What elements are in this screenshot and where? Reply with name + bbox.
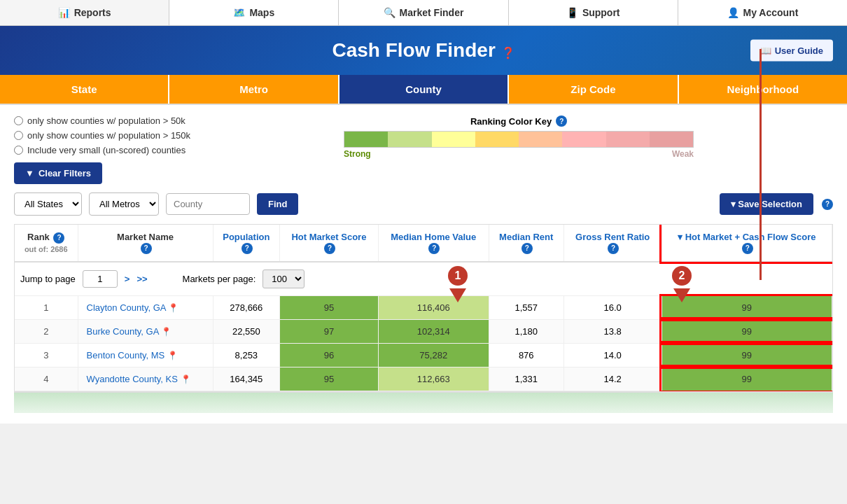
radio-150k[interactable]: only show counties w/ population > 150k xyxy=(14,130,190,141)
gross-rent-cell: 13.8 xyxy=(564,319,662,343)
results-table-wrapper: Rank ? out of: 2686 Market Name ? Popula… xyxy=(14,224,833,392)
radio-50k-input[interactable] xyxy=(14,116,23,125)
color-key-section: Ranking Color Key ? Strong Weak xyxy=(204,115,833,159)
radio-group: only show counties w/ population > 50k o… xyxy=(14,115,190,155)
page-title: Cash Flow Finder ❓ xyxy=(332,39,514,62)
gross-rent-cell: 16.0 xyxy=(564,296,662,320)
cf-score-cell: 99 xyxy=(662,319,832,343)
rank-cell: 2 xyxy=(15,319,78,343)
rent-cell: 1,180 xyxy=(489,319,564,343)
home-value-cell: 116,406 xyxy=(378,296,489,320)
save-selection-button[interactable]: ▾ Save Selection xyxy=(720,193,813,215)
radio-unscored-input[interactable] xyxy=(14,146,23,155)
col-median-rent: Median Rent ? xyxy=(489,225,564,262)
market-name-help[interactable]: ? xyxy=(141,243,152,254)
nav-maps-label: Maps xyxy=(249,7,274,18)
home-value-cell: 102,314 xyxy=(378,319,489,343)
nav-market-finder-label: Market Finder xyxy=(400,7,464,18)
nav-support-label: Support xyxy=(582,7,620,18)
nav-support[interactable]: 📱 Support xyxy=(509,0,678,25)
hot-score-help[interactable]: ? xyxy=(324,243,335,254)
nav-market-finder[interactable]: 🔍 Market Finder xyxy=(339,0,508,25)
tab-county[interactable]: County xyxy=(340,75,509,104)
hot-score-cell: 97 xyxy=(280,319,379,343)
table-row: 3 Benton County, MS 📍 8,253 96 75,282 87… xyxy=(15,343,832,367)
maps-icon: 🗺️ xyxy=(233,7,245,18)
rent-cell: 1,331 xyxy=(489,367,564,391)
state-dropdown[interactable]: All States xyxy=(14,192,82,216)
hot-score-cell: 95 xyxy=(280,296,379,320)
next-page-button[interactable]: > xyxy=(125,274,130,284)
market-link[interactable]: Clayton County, GA xyxy=(87,302,166,313)
results-table: Rank ? out of: 2686 Market Name ? Popula… xyxy=(15,225,832,391)
rank-help[interactable]: ? xyxy=(53,232,64,244)
tab-zipcode[interactable]: Zip Code xyxy=(509,75,678,104)
col-home-value: Median Home Value ? xyxy=(378,225,489,262)
median-rent-help[interactable]: ? xyxy=(522,243,533,254)
gross-rent-cell: 14.0 xyxy=(564,343,662,367)
market-finder-icon: 🔍 xyxy=(384,7,396,18)
my-account-icon: 👤 xyxy=(727,7,739,18)
pin-icon[interactable]: 📍 xyxy=(161,327,172,337)
cf-score-cell: 99 xyxy=(662,343,832,367)
page-input[interactable] xyxy=(83,270,118,288)
hot-score-cell: 95 xyxy=(280,367,379,391)
table-row: 1 Clayton County, GA 📍 278,666 95 116,40… xyxy=(15,296,832,320)
col-market-name: Market Name ? xyxy=(78,225,213,262)
main-content: only show counties w/ population > 50k o… xyxy=(0,105,847,424)
market-name-cell: Wyandotte County, KS 📍 xyxy=(78,367,213,391)
market-name-cell: Burke County, GA 📍 xyxy=(78,319,213,343)
search-row: All States All Metros Find ▾ Save Select… xyxy=(14,192,833,216)
population-cell: 22,550 xyxy=(213,319,280,343)
radio-50k[interactable]: only show counties w/ population > 50k xyxy=(14,115,190,126)
rent-cell: 876 xyxy=(489,343,564,367)
header-banner: Cash Flow Finder ❓ 📖 User Guide xyxy=(0,26,847,75)
support-icon: 📱 xyxy=(566,7,578,18)
filters-section: only show counties w/ population > 50k o… xyxy=(14,115,833,184)
col-hot-score: Hot Market Score ? xyxy=(280,225,379,262)
col-rank: Rank ? out of: 2686 xyxy=(15,225,78,262)
search-help-icon[interactable]: ? xyxy=(822,199,833,210)
rank-cell: 1 xyxy=(15,296,78,320)
title-help-icon[interactable]: ❓ xyxy=(501,47,515,59)
population-help[interactable]: ? xyxy=(241,243,253,254)
color-key-help[interactable]: ? xyxy=(556,115,567,127)
hot-cf-help[interactable]: ? xyxy=(742,243,753,254)
gross-rent-help[interactable]: ? xyxy=(608,243,619,254)
metro-dropdown[interactable]: All Metros xyxy=(89,192,159,216)
pagination-row: Jump to page > >> Markets per page: 100 xyxy=(15,262,832,296)
color-key-bar xyxy=(344,131,694,148)
pin-icon[interactable]: 📍 xyxy=(167,351,178,360)
tab-metro[interactable]: Metro xyxy=(169,75,339,104)
gross-rent-cell: 14.2 xyxy=(564,367,662,391)
tab-bar: State Metro County Zip Code Neighborhood xyxy=(0,75,847,105)
nav-my-account[interactable]: 👤 My Account xyxy=(678,0,847,25)
home-value-cell: 112,663 xyxy=(378,367,489,391)
county-input[interactable] xyxy=(166,193,250,215)
home-value-help[interactable]: ? xyxy=(428,243,440,254)
tab-neighborhood[interactable]: Neighborhood xyxy=(679,75,847,104)
radio-unscored[interactable]: Include very small (un-scored) counties xyxy=(14,145,190,155)
col-gross-rent: Gross Rent Ratio ? xyxy=(564,225,662,262)
radio-150k-input[interactable] xyxy=(14,131,23,140)
market-link[interactable]: Benton County, MS xyxy=(87,350,165,360)
nav-maps[interactable]: 🗺️ Maps xyxy=(169,0,339,25)
per-page-select[interactable]: 100 xyxy=(262,270,304,288)
clear-filters-button[interactable]: ▼ Clear Filters xyxy=(14,162,102,184)
user-guide-button[interactable]: 📖 User Guide xyxy=(750,40,833,62)
tab-state[interactable]: State xyxy=(0,75,169,104)
market-link[interactable]: Burke County, GA xyxy=(87,326,159,337)
color-key-title: Ranking Color Key ? xyxy=(470,115,567,127)
find-button[interactable]: Find xyxy=(257,193,298,215)
hot-score-cell: 96 xyxy=(280,343,379,367)
market-link[interactable]: Wyandotte County, KS xyxy=(87,374,178,384)
nav-reports[interactable]: 📊 Reports xyxy=(0,0,169,25)
last-page-button[interactable]: >> xyxy=(136,274,147,284)
pin-icon[interactable]: 📍 xyxy=(181,374,191,384)
rent-cell: 1,557 xyxy=(489,296,564,320)
book-icon: 📖 xyxy=(760,46,771,56)
filter-icon: ▼ xyxy=(25,168,34,178)
pin-icon[interactable]: 📍 xyxy=(168,303,178,313)
nav-my-account-label: My Account xyxy=(743,7,799,18)
market-name-cell: Benton County, MS 📍 xyxy=(78,343,213,367)
